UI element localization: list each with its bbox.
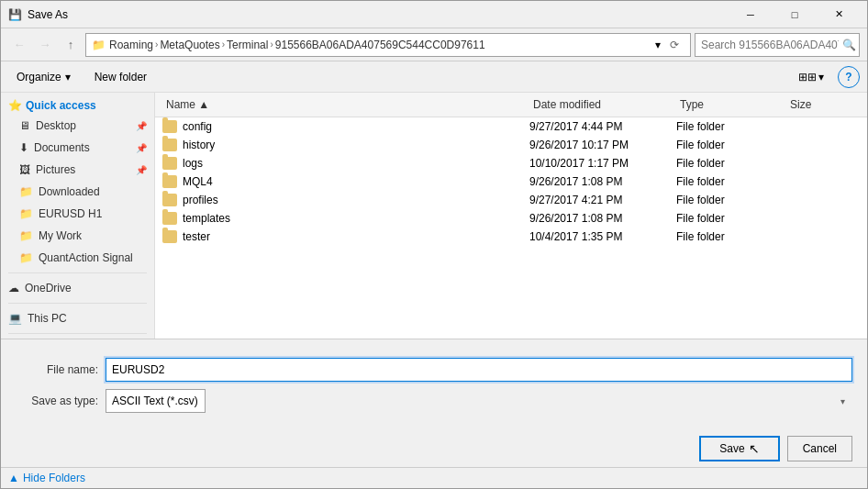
minimize-button[interactable]: ─: [729, 1, 772, 28]
table-row[interactable]: config 9/27/2017 4:44 PM File folder: [155, 117, 867, 136]
organize-button[interactable]: Organize ▾: [8, 65, 79, 89]
sidebar-pictures-label: Pictures: [36, 163, 75, 176]
sidebar-item-quantaction[interactable]: 📁 QuantAction Signal: [1, 247, 154, 269]
action-bar: Organize ▾ New folder ⊞⊞ ▾ ?: [1, 61, 867, 93]
sidebar-divider-2: [8, 303, 147, 304]
address-toolbar: ← → ↑ 📁 Roaming › MetaQuotes › Terminal …: [1, 28, 867, 61]
sidebar-item-thispc[interactable]: 💻 This PC: [1, 307, 154, 329]
col-name[interactable]: Name ▲: [162, 96, 529, 113]
back-button[interactable]: ←: [8, 34, 30, 56]
file-name-cell: config: [162, 120, 529, 133]
maximize-button[interactable]: □: [773, 1, 816, 28]
documents-icon: ⬇: [19, 141, 28, 154]
col-type[interactable]: Type: [676, 96, 786, 113]
help-button[interactable]: ?: [838, 66, 860, 88]
file-list-header: Name ▲ Date modified Type Size: [155, 93, 867, 117]
file-name-text: logs: [183, 157, 203, 170]
sidebar-eurusd-label: EURUSD H1: [39, 207, 102, 220]
file-date: 9/26/2017 1:08 PM: [529, 175, 676, 188]
file-type: File folder: [676, 175, 786, 188]
cursor-icon: ↖: [749, 441, 760, 456]
file-date: 9/27/2017 4:44 PM: [529, 120, 676, 133]
save-label: Save: [719, 442, 744, 455]
pin-icon-2: 📌: [136, 143, 147, 153]
organize-label: Organize: [17, 71, 61, 83]
file-type: File folder: [676, 230, 786, 243]
mywork-folder-icon: 📁: [19, 229, 33, 242]
pictures-icon: 🖼: [19, 163, 30, 176]
breadcrumb-roaming[interactable]: Roaming: [109, 39, 153, 51]
eurusd-folder-icon: 📁: [19, 207, 33, 220]
bottom-panel: File name: Save as type: ASCII Text (*.c…: [1, 339, 867, 430]
breadcrumb-terminal[interactable]: Terminal: [227, 39, 268, 51]
file-name-cell: templates: [162, 212, 529, 225]
table-row[interactable]: logs 10/10/2017 1:17 PM File folder: [155, 154, 867, 172]
folder-icon: [162, 139, 177, 151]
sidebar-item-pictures[interactable]: 🖼 Pictures 📌: [1, 159, 154, 181]
sidebar-item-eurusd[interactable]: 📁 EURUSD H1: [1, 203, 154, 225]
quick-access-icon: ⭐: [8, 99, 22, 112]
sidebar-item-onedrive[interactable]: ☁ OneDrive: [1, 277, 154, 299]
file-type: File folder: [676, 120, 786, 133]
file-type: File folder: [676, 157, 786, 170]
main-content: ⭐ Quick access 🖥 Desktop 📌 ⬇ Documents 📌…: [1, 93, 867, 339]
hide-folders-arrow-icon: ▲: [8, 472, 19, 484]
file-name-cell: history: [162, 139, 529, 151]
hide-folders-toggle[interactable]: ▲ Hide Folders: [1, 467, 867, 488]
file-name-text: profiles: [183, 194, 218, 206]
file-name-text: config: [183, 120, 212, 133]
new-folder-button[interactable]: New folder: [86, 65, 155, 89]
table-row[interactable]: profiles 9/27/2017 4:21 PM File folder: [155, 191, 867, 209]
sidebar: ⭐ Quick access 🖥 Desktop 📌 ⬇ Documents 📌…: [1, 93, 155, 339]
save-button[interactable]: Save ↖: [699, 436, 779, 461]
sidebar-item-mywork[interactable]: 📁 My Work: [1, 225, 154, 247]
filetype-row: Save as type: ASCII Text (*.csv) ▾: [16, 389, 852, 413]
table-row[interactable]: MQL4 9/26/2017 1:08 PM File folder: [155, 172, 867, 191]
file-panel: Name ▲ Date modified Type Size config 9/…: [155, 93, 867, 339]
folder-icon: [162, 157, 177, 170]
file-date: 10/10/2017 1:17 PM: [529, 157, 676, 170]
address-icon: 📁: [92, 39, 106, 51]
search-box[interactable]: 🔍: [695, 33, 860, 57]
sidebar-mywork-label: My Work: [39, 229, 82, 242]
breadcrumb-metaquotes[interactable]: MetaQuotes: [160, 39, 219, 51]
file-date: 9/27/2017 4:21 PM: [529, 194, 676, 206]
table-row[interactable]: history 9/26/2017 10:17 PM File folder: [155, 136, 867, 154]
table-row[interactable]: templates 9/26/2017 1:08 PM File folder: [155, 209, 867, 228]
table-row[interactable]: tester 10/4/2017 1:35 PM File folder: [155, 228, 867, 246]
sidebar-item-downloaded[interactable]: 📁 Downloaded: [1, 181, 154, 203]
filetype-label: Save as type:: [16, 395, 98, 407]
up-button[interactable]: ↑: [60, 34, 82, 56]
file-date: 9/26/2017 1:08 PM: [529, 212, 676, 225]
forward-button[interactable]: →: [34, 34, 56, 56]
sidebar-item-desktop[interactable]: 🖥 Desktop 📌: [1, 115, 154, 137]
col-date[interactable]: Date modified: [529, 96, 676, 113]
organize-chevron-icon: ▾: [65, 71, 71, 83]
col-size[interactable]: Size: [786, 96, 860, 113]
quick-access-header[interactable]: ⭐ Quick access: [1, 96, 154, 115]
view-button[interactable]: ⊞⊞ ▾: [792, 65, 830, 89]
file-name-cell: profiles: [162, 194, 529, 206]
refresh-button[interactable]: ⟳: [664, 35, 684, 55]
filetype-select[interactable]: ASCII Text (*.csv): [106, 389, 206, 413]
search-input[interactable]: [701, 39, 839, 51]
file-name-cell: tester: [162, 230, 529, 243]
breadcrumb: Roaming › MetaQuotes › Terminal › 915566…: [109, 39, 651, 51]
file-date: 9/26/2017 10:17 PM: [529, 139, 676, 151]
sidebar-item-documents[interactable]: ⬇ Documents 📌: [1, 137, 154, 159]
title-controls: ─ □ ✕: [729, 1, 860, 28]
filename-input[interactable]: [106, 358, 852, 382]
view-chevron-icon: ▾: [818, 71, 824, 83]
view-icon: ⊞⊞: [798, 71, 817, 83]
close-button[interactable]: ✕: [818, 1, 860, 28]
file-type: File folder: [676, 194, 786, 206]
address-bar[interactable]: 📁 Roaming › MetaQuotes › Terminal › 9155…: [85, 33, 691, 57]
file-type: File folder: [676, 212, 786, 225]
filename-label: File name:: [16, 363, 98, 376]
sidebar-onedrive-label: OneDrive: [25, 282, 72, 295]
window-icon: 💾: [8, 8, 22, 21]
breadcrumb-id[interactable]: 915566BA06ADA407569C544CC0D97611: [275, 39, 485, 51]
quick-access-section: ⭐ Quick access 🖥 Desktop 📌 ⬇ Documents 📌…: [1, 96, 154, 269]
address-dropdown-icon: ▾: [655, 39, 661, 51]
cancel-button[interactable]: Cancel: [787, 436, 852, 461]
